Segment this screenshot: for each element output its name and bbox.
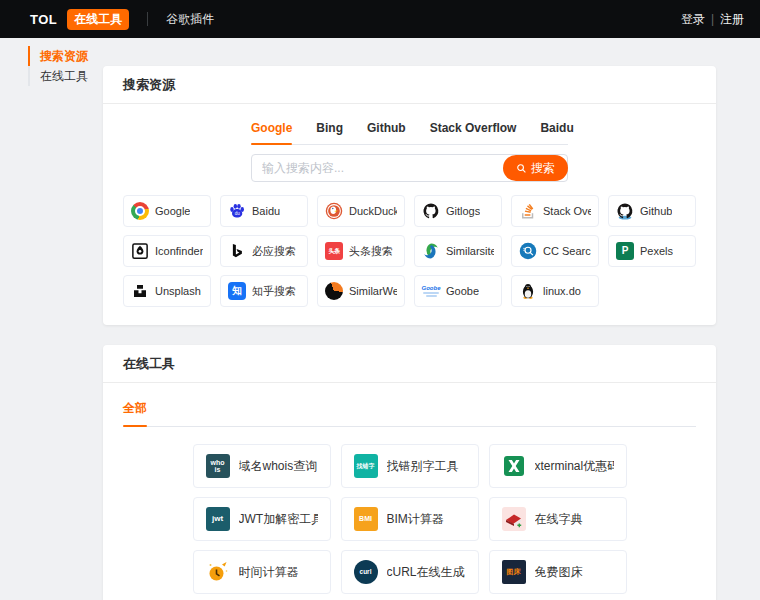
- engine-label: 知乎搜索: [252, 284, 296, 299]
- tool-card-typo-checker[interactable]: 找错字找错别字工具: [341, 444, 479, 488]
- engine-label: Iconfinder: [155, 245, 203, 257]
- pexels-icon: P: [616, 242, 634, 260]
- tool-label: 在线字典: [535, 511, 583, 528]
- time-calc-icon: [206, 560, 230, 584]
- engine-button-bing-search[interactable]: 必应搜索: [220, 235, 308, 267]
- tool-label: 免费图床: [535, 564, 583, 581]
- tool-card-curl-generator[interactable]: curlcURL在线生成: [341, 550, 479, 594]
- tool-card-online-dictionary[interactable]: 在线字典: [489, 497, 627, 541]
- octocat-blue-icon: [616, 202, 634, 220]
- curl-icon: curl: [354, 560, 378, 584]
- engine-button-duckduckgo[interactable]: DuckDuckGo: [317, 195, 405, 227]
- engine-label: Goobe: [446, 285, 479, 297]
- engine-button-goobe[interactable]: GoobeGoobe: [414, 275, 502, 307]
- engine-button-iconfinder[interactable]: Iconfinder: [123, 235, 211, 267]
- sidebar-item-search-resources[interactable]: 搜索资源: [28, 46, 98, 66]
- goobe-icon: Goobe: [422, 282, 440, 300]
- zhihu-icon: 知: [228, 282, 246, 300]
- tool-card-whois-lookup[interactable]: whois域名whois查询: [193, 444, 331, 488]
- engine-label: CC Search: [543, 245, 591, 257]
- engine-label: Similarsitesearch: [446, 245, 494, 257]
- cc-search-icon: [519, 242, 537, 260]
- search-tab-bing[interactable]: Bing: [316, 117, 343, 144]
- similarsites-icon: [422, 242, 440, 260]
- online-tools-card: 在线工具 全部 whois域名whois查询找错字找错别字工具xterminal…: [103, 345, 716, 600]
- tool-card-free-image-host[interactable]: 图床免费图床: [489, 550, 627, 594]
- sidebar-item-online-tools[interactable]: 在线工具: [28, 66, 98, 86]
- nav-left: TOL 在线工具 谷歌插件: [30, 9, 214, 30]
- tool-card-time-calculator[interactable]: 时间计算器: [193, 550, 331, 594]
- logo-text[interactable]: TOL: [30, 12, 57, 27]
- engine-label: 必应搜索: [252, 244, 296, 259]
- typo-icon: 找错字: [354, 454, 378, 478]
- engine-button-unsplash[interactable]: Unsplash: [123, 275, 211, 307]
- tool-label: 找错别字工具: [387, 458, 459, 475]
- tool-label: JWT加解密工具: [239, 511, 318, 528]
- search-tab-github[interactable]: Github: [367, 117, 406, 144]
- engine-button-gitlogs[interactable]: Gitlogs: [414, 195, 502, 227]
- search-row: 搜索: [251, 154, 568, 182]
- whois-icon: whois: [206, 454, 230, 478]
- nav-auth: 登录 | 注册: [681, 11, 744, 28]
- tool-label: xterminal优惠码: [535, 458, 614, 475]
- engine-button-similarweb[interactable]: SimilarWeb: [317, 275, 405, 307]
- register-link[interactable]: 注册: [720, 11, 744, 28]
- search-tab-stack-overflow[interactable]: Stack Overflow: [430, 117, 517, 144]
- engine-button-stack-overflow[interactable]: Stack Overflow: [511, 195, 599, 227]
- engine-button-similarsitesearch[interactable]: Similarsitesearch: [414, 235, 502, 267]
- engine-label: Stack Overflow: [543, 205, 591, 217]
- similarweb-icon: [325, 282, 343, 300]
- dictionary-icon: [502, 507, 526, 531]
- search-tab-google[interactable]: Google: [251, 117, 292, 144]
- nav-item-google-plugins[interactable]: 谷歌插件: [166, 11, 214, 28]
- tools-card-body: 全部 whois域名whois查询找错字找错别字工具xterminal优惠码jw…: [103, 383, 716, 600]
- tool-label: cURL在线生成: [387, 564, 465, 581]
- search-card-title: 搜索资源: [123, 77, 175, 92]
- engine-button-baidu[interactable]: duBaidu: [220, 195, 308, 227]
- engine-label: Pexels: [640, 245, 673, 257]
- login-link[interactable]: 登录: [681, 11, 705, 28]
- logo-badge[interactable]: 在线工具: [67, 9, 129, 30]
- tool-label: 时间计算器: [239, 564, 299, 581]
- tools-tab-all[interactable]: 全部: [123, 396, 147, 426]
- svg-text:du: du: [235, 211, 241, 216]
- tool-card-xterminal-coupon[interactable]: xterminal优惠码: [489, 444, 627, 488]
- duckduckgo-icon: [325, 202, 343, 220]
- engine-button-linux-do[interactable]: linux.do: [511, 275, 599, 307]
- search-engine-grid: GoogleduBaiduDuckDuckGoGitlogsStack Over…: [123, 195, 696, 307]
- tool-label: BIM计算器: [387, 511, 444, 528]
- magnifier-icon: [516, 163, 527, 174]
- engine-button-github[interactable]: Github: [608, 195, 696, 227]
- tools-card-title: 在线工具: [123, 356, 175, 371]
- search-engine-tabs: GoogleBingGithubStack OverflowBaidu: [251, 117, 568, 145]
- xterminal-icon: [502, 454, 526, 478]
- engine-label: Google: [155, 205, 190, 217]
- tool-card-bim-calculator[interactable]: BMIBIM计算器: [341, 497, 479, 541]
- engine-button-zhihu-search[interactable]: 知知乎搜索: [220, 275, 308, 307]
- engine-button-pexels[interactable]: PPexels: [608, 235, 696, 267]
- engine-label: 头条搜索: [349, 244, 393, 259]
- tool-label: 域名whois查询: [239, 458, 318, 475]
- engine-button-cc-search[interactable]: CC Search: [511, 235, 599, 267]
- engine-label: Gitlogs: [446, 205, 480, 217]
- tux-icon: [519, 282, 537, 300]
- search-card-header: 搜索资源: [103, 66, 716, 104]
- search-card-body: GoogleBingGithubStack OverflowBaidu 搜索 G…: [103, 104, 716, 325]
- jwt-icon: jwt: [206, 507, 230, 531]
- engine-button-toutiao-search[interactable]: 头条头条搜索: [317, 235, 405, 267]
- octocat-icon: [422, 202, 440, 220]
- engine-button-google[interactable]: Google: [123, 195, 211, 227]
- tools-card-header: 在线工具: [103, 345, 716, 383]
- engine-label: linux.do: [543, 285, 581, 297]
- iconfinder-icon: [131, 242, 149, 260]
- unsplash-icon: [131, 282, 149, 300]
- bmi-icon: BMI: [354, 507, 378, 531]
- search-tab-baidu[interactable]: Baidu: [540, 117, 573, 144]
- sidebar: 搜索资源 在线工具: [28, 46, 98, 86]
- tools-category-tabs: 全部: [123, 396, 696, 427]
- search-button[interactable]: 搜索: [503, 155, 568, 181]
- tool-card-jwt-tool[interactable]: jwtJWT加解密工具: [193, 497, 331, 541]
- auth-separator: |: [711, 12, 714, 26]
- tools-grid: whois域名whois查询找错字找错别字工具xterminal优惠码jwtJW…: [193, 444, 627, 600]
- search-resources-card: 搜索资源 GoogleBingGithubStack OverflowBaidu…: [103, 66, 716, 325]
